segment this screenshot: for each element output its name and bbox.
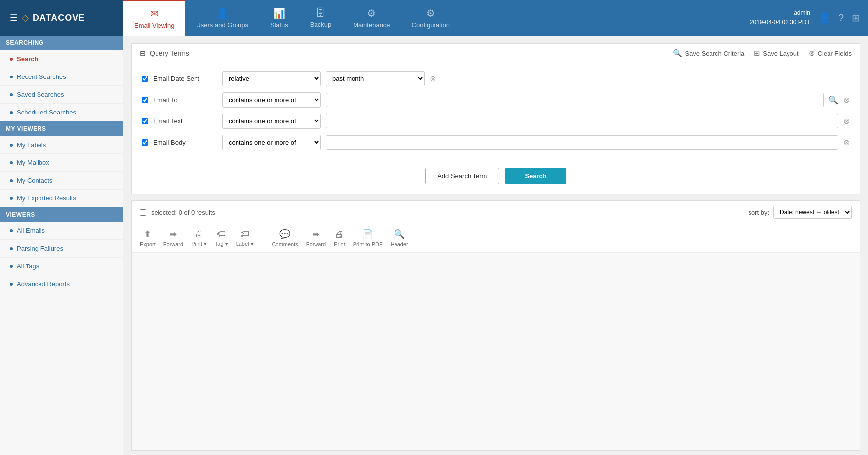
- row-input-email-body[interactable]: [326, 135, 838, 150]
- nav-tab-backup[interactable]: 🗄 Backup: [299, 0, 342, 36]
- nav-tab-icon-maintenance: ⚙: [367, 7, 376, 19]
- sidebar-item-advanced-reports[interactable]: Advanced Reports: [0, 275, 123, 293]
- main-content: ⊟ Query Terms 🔍 Save Search Criteria ⊞ S…: [123, 36, 868, 455]
- row-search-icon-email-to[interactable]: 🔍: [829, 95, 838, 105]
- sidebar-dot-recent-searches: [10, 76, 13, 78]
- row-input-email-text[interactable]: [326, 114, 838, 128]
- sidebar-item-my-contacts[interactable]: My Contacts: [0, 172, 123, 190]
- sidebar-label-my-contacts: My Contacts: [17, 177, 52, 184]
- toolbar-btn-print-to-pdf[interactable]: 📄Print to PDF: [353, 229, 383, 247]
- row-input-email-to[interactable]: [326, 93, 824, 107]
- sidebar-item-recent-searches[interactable]: Recent Searches: [0, 68, 123, 86]
- row-operator-email-text[interactable]: contains one or more ofequalsdoes not co…: [222, 114, 321, 129]
- results-count: selected: 0 of 0 results: [151, 209, 215, 216]
- row-checkbox-email-body[interactable]: [142, 139, 148, 146]
- admin-datetime: 2019-04-04 02:30 PDT: [750, 18, 810, 27]
- sidebar-dot-parsing-failures: [10, 247, 13, 250]
- toolbar-icon-forward-right: ➡: [312, 229, 319, 240]
- row-checkbox-email-to[interactable]: [142, 97, 148, 103]
- row-operator-email-date-sent[interactable]: relativeabsolute: [222, 71, 321, 86]
- nav-tab-icon-users-groups: 👤: [216, 7, 229, 19]
- row-checkbox-email-date-sent[interactable]: [142, 76, 148, 82]
- sidebar-item-my-mailbox[interactable]: My Mailbox: [0, 154, 123, 172]
- nav-tab-label-maintenance: Maintenance: [353, 21, 390, 29]
- toolbar-label-header: Header: [391, 241, 408, 247]
- nav-tab-configuration[interactable]: ⚙ Configuration: [401, 0, 461, 36]
- row-clear-icon-email-text[interactable]: ⊗: [843, 116, 850, 126]
- sidebar-item-my-exported-results[interactable]: My Exported Results: [0, 190, 123, 207]
- toolbar-btn-export[interactable]: ⬆Export: [140, 229, 156, 247]
- sidebar-section-searching: SEARCHING: [0, 36, 123, 50]
- toolbar-btn-comments[interactable]: 💬Comments: [272, 229, 298, 247]
- save-criteria-button[interactable]: 🔍 Save Search Criteria: [673, 49, 744, 58]
- toolbar-btn-label[interactable]: 🏷Label ▾: [236, 229, 254, 247]
- toolbar-btn-forward[interactable]: ➡Forward: [163, 229, 183, 247]
- search-button[interactable]: Search: [505, 168, 566, 184]
- nav-tab-maintenance[interactable]: ⚙ Maintenance: [342, 0, 400, 36]
- toolbar-label-forward: Forward: [163, 241, 183, 247]
- logo-icon: ◇: [22, 12, 29, 23]
- query-panel: ⊟ Query Terms 🔍 Save Search Criteria ⊞ S…: [131, 43, 860, 194]
- logo-area: ☰ ◇ DATACOVE: [0, 0, 123, 36]
- hamburger-icon[interactable]: ☰: [10, 12, 18, 23]
- toolbar-btn-tag[interactable]: 🏷Tag ▾: [215, 229, 228, 247]
- grid-icon[interactable]: ⊞: [852, 12, 860, 24]
- clear-fields-button[interactable]: ⊗ Clear Fields: [809, 49, 852, 58]
- results-right: sort by: Date: newest → oldestDate: olde…: [748, 206, 852, 219]
- toolbar-icon-export: ⬆: [144, 229, 151, 240]
- sidebar-label-recent-searches: Recent Searches: [17, 73, 66, 80]
- row-label-email-body: Email Body: [153, 139, 217, 146]
- nav-tab-email-viewing[interactable]: ✉ Email Viewing: [123, 0, 185, 36]
- sidebar-item-all-tags[interactable]: All Tags: [0, 258, 123, 275]
- row-clear-icon-email-to[interactable]: ⊗: [843, 95, 850, 105]
- row-operator-email-body[interactable]: contains one or more ofequalsdoes not co…: [222, 135, 321, 150]
- sidebar-label-scheduled-searches: Scheduled Searches: [17, 109, 76, 116]
- toolbar-btn-print-right[interactable]: 🖨Print: [334, 229, 345, 247]
- sidebar-item-all-emails[interactable]: All Emails: [0, 222, 123, 240]
- row-clear-icon-email-body[interactable]: ⊗: [843, 138, 850, 147]
- query-actions: 🔍 Save Search Criteria ⊞ Save Layout ⊗ C…: [673, 49, 852, 58]
- query-title-area: ⊟ Query Terms: [140, 49, 189, 57]
- save-layout-icon: ⊞: [754, 49, 760, 58]
- help-icon[interactable]: ?: [838, 12, 844, 24]
- sidebar-item-my-labels[interactable]: My Labels: [0, 136, 123, 154]
- sidebar-item-parsing-failures[interactable]: Parsing Failures: [0, 240, 123, 258]
- sort-select[interactable]: Date: newest → oldestDate: oldest → newe…: [773, 206, 852, 219]
- nav-right: admin 2019-04-04 02:30 PDT 👤 ? ⊞: [742, 0, 868, 36]
- nav-tab-status[interactable]: 📊 Status: [259, 0, 299, 36]
- sidebar-dot-all-emails: [10, 229, 13, 232]
- app-body: SEARCHING Search Recent Searches Saved S…: [0, 36, 868, 455]
- collapse-icon[interactable]: ⊟: [140, 49, 146, 57]
- nav-tab-label-status: Status: [270, 21, 288, 29]
- logo-text: DATACOVE: [33, 13, 85, 23]
- sidebar-dot-all-tags: [10, 265, 13, 268]
- save-layout-button[interactable]: ⊞ Save Layout: [754, 49, 798, 58]
- sidebar-label-all-emails: All Emails: [17, 227, 45, 234]
- user-icon[interactable]: 👤: [818, 12, 830, 24]
- search-row-email-text: Email Textcontains one or more ofequalsd…: [142, 114, 850, 129]
- sidebar-section-my-viewers: MY VIEWERS: [0, 121, 123, 136]
- sidebar-item-search[interactable]: Search: [0, 50, 123, 68]
- row-label-email-to: Email To: [153, 96, 217, 104]
- toolbar-btn-header[interactable]: 🔍Header: [391, 229, 408, 247]
- row-clear-icon-email-date-sent[interactable]: ⊗: [430, 74, 436, 83]
- toolbar-label-label: Label ▾: [236, 241, 254, 247]
- row-checkbox-email-text[interactable]: [142, 118, 148, 124]
- row-operator-email-to[interactable]: contains one or more ofequalsdoes not co…: [222, 92, 321, 108]
- nav-tab-label-backup: Backup: [310, 21, 331, 28]
- row-label-email-text: Email Text: [153, 117, 217, 125]
- sidebar-item-saved-searches[interactable]: Saved Searches: [0, 86, 123, 104]
- sidebar-item-scheduled-searches[interactable]: Scheduled Searches: [0, 104, 123, 121]
- row-value-select-email-date-sent[interactable]: past monthpast weekpast daypast year: [326, 71, 425, 86]
- select-all-checkbox[interactable]: [140, 209, 146, 216]
- toolbar-icon-print-to-pdf: 📄: [362, 229, 373, 240]
- query-header: ⊟ Query Terms 🔍 Save Search Criteria ⊞ S…: [132, 44, 860, 63]
- save-criteria-icon: 🔍: [673, 49, 682, 58]
- sidebar-label-saved-searches: Saved Searches: [17, 91, 64, 98]
- sidebar-dot-my-contacts: [10, 179, 13, 182]
- nav-tab-users-groups[interactable]: 👤 Users and Groups: [185, 0, 259, 36]
- toolbar-btn-print[interactable]: 🖨Print ▾: [191, 229, 207, 247]
- add-search-term-button[interactable]: Add Search Term: [425, 168, 499, 184]
- nav-tab-label-configuration: Configuration: [412, 21, 450, 29]
- toolbar-btn-forward-right[interactable]: ➡Forward: [306, 229, 326, 247]
